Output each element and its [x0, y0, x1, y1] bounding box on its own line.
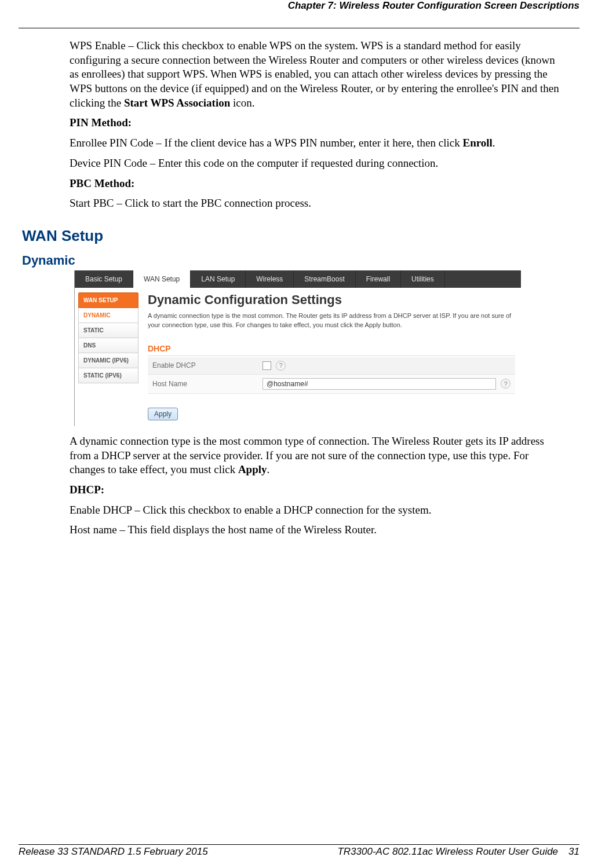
help-icon[interactable]: ?: [276, 361, 286, 371]
checkbox-enable-dhcp[interactable]: [262, 361, 271, 370]
tab-bar-fill: [445, 270, 521, 288]
heading-pin-method: PIN Method:: [70, 116, 562, 130]
paragraph-enable-dhcp: Enable DHCP – Click this checkbox to ena…: [70, 503, 562, 518]
chapter-header: Chapter 7: Wireless Router Configuration…: [19, 0, 579, 12]
text: .: [493, 137, 495, 149]
paragraph-start-pbc: Start PBC – Click to start the PBC conne…: [70, 196, 562, 211]
page-title: Dynamic Configuration Settings: [148, 292, 515, 307]
footer-rule: [19, 844, 579, 845]
page-number: 31: [568, 846, 579, 858]
intro-text: A dynamic connection type is the most co…: [148, 311, 515, 330]
sidebar-item-static-ipv6[interactable]: STATIC (IPV6): [78, 368, 138, 383]
text: .: [267, 463, 270, 475]
bold-start-wps: Start WPS Association: [124, 97, 230, 109]
help-icon[interactable]: ?: [501, 379, 511, 389]
bold-apply: Apply: [238, 463, 267, 475]
tab-wan-setup[interactable]: WAN Setup: [133, 270, 191, 288]
sidebar-item-dynamic[interactable]: DYNAMIC: [78, 308, 138, 323]
heading-dhcp: DHCP:: [70, 483, 562, 497]
tab-firewall[interactable]: Firewall: [356, 270, 401, 288]
text: A dynamic connection type is the most co…: [70, 435, 544, 475]
row-enable-dhcp: Enable DHCP ?: [148, 357, 515, 375]
footer: Release 33 STANDARD 1.5 February 2015 TR…: [19, 844, 579, 858]
sidebar-item-static[interactable]: STATIC: [78, 323, 138, 338]
sidebar: WAN SETUP DYNAMIC STATIC DNS DYNAMIC (IP…: [75, 288, 142, 426]
tab-bar: Basic Setup WAN Setup LAN Setup Wireless…: [75, 270, 521, 288]
tab-utilities[interactable]: Utilities: [401, 270, 445, 288]
sidebar-item-dynamic-ipv6[interactable]: DYNAMIC (IPV6): [78, 353, 138, 368]
heading-pbc-method: PBC Method:: [70, 177, 562, 191]
text: icon.: [230, 97, 254, 109]
paragraph-enrollee-pin: Enrollee PIN Code – If the client device…: [70, 136, 562, 151]
paragraph-device-pin: Device PIN Code – Enter this code on the…: [70, 156, 562, 171]
label-enable-dhcp: Enable DHCP: [152, 361, 262, 369]
tab-streamboost[interactable]: StreamBoost: [294, 270, 355, 288]
footer-title: TR3300-AC 802.11ac Wireless Router User …: [337, 846, 558, 858]
bold-enroll: Enroll: [462, 137, 492, 149]
screenshot-dynamic-config: Basic Setup WAN Setup LAN Setup Wireless…: [74, 270, 521, 426]
paragraph-dynamic-desc: A dynamic connection type is the most co…: [70, 434, 562, 477]
apply-button[interactable]: Apply: [148, 408, 178, 420]
row-host-name: Host Name ?: [148, 375, 515, 394]
paragraph-wps-enable: WPS Enable – Click this checkbox to enab…: [70, 39, 562, 110]
main-panel: Dynamic Configuration Settings A dynamic…: [142, 288, 521, 426]
input-host-name[interactable]: [262, 378, 496, 390]
tab-basic-setup[interactable]: Basic Setup: [75, 270, 133, 288]
content: WPS Enable – Click this checkbox to enab…: [19, 28, 579, 537]
dhcp-heading: DHCP: [148, 344, 515, 356]
sidebar-title: WAN SETUP: [78, 292, 138, 308]
subsection-dynamic: Dynamic: [22, 253, 562, 268]
paragraph-host-name: Host name – This field displays the host…: [70, 523, 562, 537]
text: Enrollee PIN Code – If the client device…: [70, 137, 462, 149]
section-wan-setup: WAN Setup: [22, 227, 562, 245]
label-host-name: Host Name: [152, 380, 262, 388]
tab-wireless[interactable]: Wireless: [246, 270, 294, 288]
footer-left: Release 33 STANDARD 1.5 February 2015: [19, 846, 208, 858]
tab-lan-setup[interactable]: LAN Setup: [191, 270, 246, 288]
sidebar-item-dns[interactable]: DNS: [78, 338, 138, 353]
